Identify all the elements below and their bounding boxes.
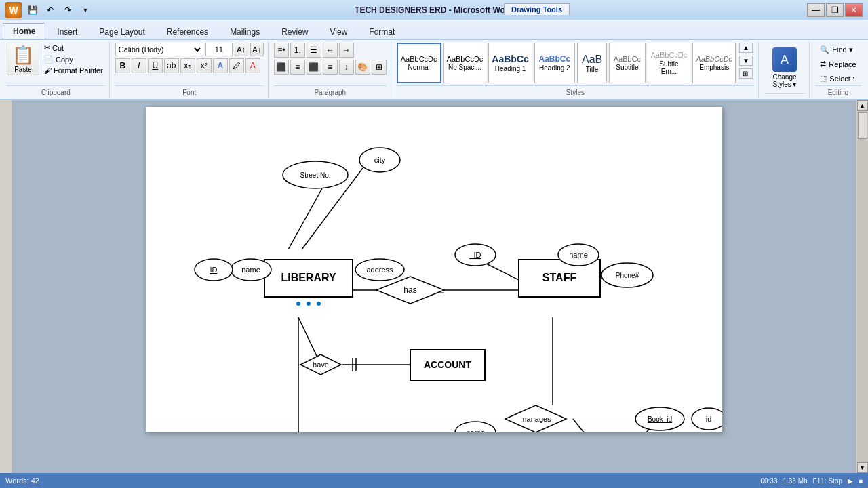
svg-text:ID: ID xyxy=(210,266,218,274)
bullets-button[interactable]: ≡• xyxy=(274,43,289,58)
replace-icon: ⇄ xyxy=(820,60,826,68)
minimize-button[interactable]: — xyxy=(807,3,825,17)
font-group: Calibri (Body) A↑ A↓ B I U ab x₂ x² A 🖊 … xyxy=(111,41,269,98)
style-no-spacing-label: No Spaci... xyxy=(448,64,481,71)
style-subtle-em-label: Subtle Em... xyxy=(651,60,688,75)
style-emphasis-label: Emphasis xyxy=(699,64,729,71)
undo-qat[interactable]: ↶ xyxy=(43,3,57,17)
style-subtitle[interactable]: AaBbCc Subtitle xyxy=(609,43,645,83)
change-styles-icon: A xyxy=(772,47,797,72)
change-styles-group: A ChangeStyles ▾ xyxy=(760,41,810,98)
cut-button[interactable]: ✂ Cut xyxy=(42,43,105,53)
italic-button[interactable]: I xyxy=(132,58,146,73)
justify-button[interactable]: ≡ xyxy=(323,60,338,75)
select-icon: ⬚ xyxy=(820,74,827,83)
svg-text:id: id xyxy=(706,415,712,423)
align-right-button[interactable]: ⬛ xyxy=(307,60,321,75)
change-styles-button[interactable]: A ChangeStyles ▾ xyxy=(764,47,805,88)
format-painter-icon: 🖌 xyxy=(44,66,52,75)
style-emphasis-preview: AaBbCcDc xyxy=(696,55,732,64)
para-content: ≡• 1. ☰ ← → ⬛ ≡ ⬛ ≡ ↕ 🎨 ⊞ xyxy=(274,43,387,85)
file-size-display: 1.33 Mb xyxy=(783,477,807,485)
paste-button[interactable]: 📋 Paste xyxy=(7,43,39,75)
font-name-select[interactable]: Calibri (Body) xyxy=(115,43,203,56)
tab-review[interactable]: Review xyxy=(271,24,318,39)
underline-button[interactable]: U xyxy=(148,58,163,73)
maximize-button[interactable]: ❐ xyxy=(826,3,844,17)
style-subtle-em[interactable]: AaBbCcDc Subtle Em... xyxy=(648,43,691,83)
vertical-scrollbar[interactable]: ▲ ▼ xyxy=(856,100,868,473)
customize-qat[interactable]: ▼ xyxy=(79,3,92,17)
copy-button[interactable]: 📄 Copy xyxy=(42,54,105,64)
save-qat[interactable]: 💾 xyxy=(26,3,39,17)
style-no-spacing[interactable]: AaBbCcDc No Spaci... xyxy=(443,43,487,83)
svg-text:city: city xyxy=(374,156,386,164)
style-heading1[interactable]: AaBbCc Heading 1 xyxy=(488,43,532,83)
copy-icon: 📄 xyxy=(44,55,54,64)
superscript-button[interactable]: x² xyxy=(197,58,212,73)
tab-mailings[interactable]: Mailings xyxy=(220,24,270,39)
borders-button[interactable]: ⊞ xyxy=(372,60,387,75)
styles-scroll-down[interactable]: ▼ xyxy=(739,56,753,66)
list-buttons-row: ≡• 1. ☰ ← → xyxy=(274,43,354,58)
numbering-button[interactable]: 1. xyxy=(290,43,305,58)
font-color-button[interactable]: A xyxy=(245,58,260,73)
svg-line-10 xyxy=(485,263,519,280)
window-controls: — ❐ ✕ xyxy=(807,3,863,17)
redo-qat[interactable]: ↷ xyxy=(61,3,75,17)
format-painter-button[interactable]: 🖌 Format Painter xyxy=(42,66,105,75)
tab-home[interactable]: Home xyxy=(3,23,45,39)
document-canvas: LIBERARY STAFF ACCOUNT MEMBERS xyxy=(12,100,856,473)
highlight-button[interactable]: 🖊 xyxy=(229,58,244,73)
style-title[interactable]: AaB Title xyxy=(577,43,608,83)
svg-text:LIBERARY: LIBERARY xyxy=(281,272,336,283)
svg-text:name: name xyxy=(241,266,260,274)
style-heading2[interactable]: AaBbCc Heading 2 xyxy=(534,43,575,83)
line-spacing-button[interactable]: ↕ xyxy=(339,60,354,75)
f11-shortcut: F11: Stop xyxy=(813,477,842,485)
svg-text:have: have xyxy=(313,361,329,369)
font-size-input[interactable] xyxy=(205,43,233,56)
clipboard-label: Clipboard xyxy=(7,85,105,96)
strikethrough-button[interactable]: ab xyxy=(164,58,179,73)
svg-text:manages: manages xyxy=(520,415,551,423)
find-button[interactable]: 🔍 Find ▾ xyxy=(817,44,855,56)
text-effects-button[interactable]: A xyxy=(213,58,228,73)
time-display: 00:33 xyxy=(760,477,777,485)
tab-view[interactable]: View xyxy=(320,24,358,39)
style-no-spacing-preview: AaBbCcDc xyxy=(447,55,484,64)
cut-label: Cut xyxy=(52,44,64,52)
svg-text:_ID: _ID xyxy=(469,251,481,259)
bold-button[interactable]: B xyxy=(115,58,130,73)
play-icon: ▶ xyxy=(848,477,853,485)
select-button[interactable]: ⬚ Select : xyxy=(817,73,857,84)
svg-text:has: has xyxy=(403,285,416,295)
replace-button[interactable]: ⇄ Replace xyxy=(817,58,859,70)
scroll-down-button[interactable]: ▼ xyxy=(857,462,868,473)
shrink-font-button[interactable]: A↓ xyxy=(250,43,264,56)
tab-insert[interactable]: Insert xyxy=(47,24,87,39)
tab-format[interactable]: Format xyxy=(359,24,405,39)
tab-page-layout[interactable]: Page Layout xyxy=(89,24,155,39)
grow-font-button[interactable]: A↑ xyxy=(235,43,248,56)
tab-references[interactable]: References xyxy=(157,24,218,39)
style-normal[interactable]: AaBbCcDc Normal xyxy=(397,43,441,83)
style-emphasis[interactable]: AaBbCcDc Emphasis xyxy=(692,43,736,83)
ribbon-content: 📋 Paste ✂ Cut 📄 Copy 🖌 xyxy=(0,39,868,99)
align-center-button[interactable]: ≡ xyxy=(290,60,305,75)
style-subtitle-preview: AaBbCc xyxy=(614,55,641,64)
styles-scroll-up[interactable]: ▲ xyxy=(739,43,753,53)
select-label: Select : xyxy=(829,75,854,83)
title-bar-left: W 💾 ↶ ↷ ▼ xyxy=(5,2,92,18)
align-left-button[interactable]: ⬛ xyxy=(274,60,289,75)
scroll-up-button[interactable]: ▲ xyxy=(857,100,868,111)
subscript-button[interactable]: x₂ xyxy=(180,58,195,73)
scroll-thumb[interactable] xyxy=(858,112,867,139)
multilevel-list-button[interactable]: ☰ xyxy=(307,43,321,58)
increase-indent-button[interactable]: → xyxy=(339,43,354,58)
styles-more[interactable]: ⊞ xyxy=(739,68,753,79)
close-button[interactable]: ✕ xyxy=(845,3,863,17)
decrease-indent-button[interactable]: ← xyxy=(323,43,338,58)
shading-button[interactable]: 🎨 xyxy=(355,60,370,75)
erd-diagram: LIBERARY STAFF ACCOUNT MEMBERS xyxy=(146,107,722,432)
